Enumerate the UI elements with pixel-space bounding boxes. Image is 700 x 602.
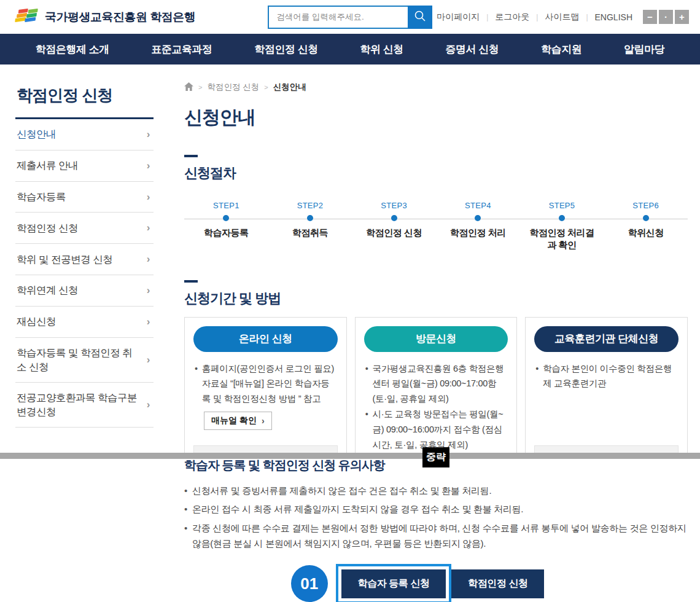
notice-item: • 온라인 접수 시 최종 서류 제출일까지 도착되지 않을 경우 접수 취소 …	[184, 502, 688, 517]
chevron-right-icon: ›	[147, 283, 150, 298]
chevron-right-icon: ›	[147, 221, 150, 235]
step-dot	[307, 215, 313, 221]
step-number-badge: 01	[291, 565, 328, 602]
highlight-outline: 학습자 등록 신청	[336, 564, 451, 602]
visit-apply-button[interactable]: 방문신청	[364, 326, 508, 352]
bullet-icon: •	[184, 483, 187, 499]
splice-divider	[0, 453, 700, 459]
bullet-icon: •	[365, 407, 368, 453]
breadcrumb: > 학점인정 신청 > 신청안내	[184, 82, 688, 93]
font-increase-button[interactable]: +	[675, 10, 689, 24]
chevron-right-icon: ›	[147, 315, 150, 329]
nav-item-curriculum[interactable]: 표준교육과정	[152, 42, 212, 57]
link-mypage[interactable]: 마이페이지	[437, 12, 480, 23]
notice-section: 학습자 등록 및 학점인정 신청 유의사항 • 신청서류 및 증빙서류를 제출하…	[184, 457, 688, 552]
method-cards: 온라인 신청 • 홈페이지(공인인증서 로그인 필요) 자료실 “[매뉴얼] 온…	[184, 317, 688, 457]
search-icon	[414, 10, 426, 24]
cta-row: 01 학습자 등록 신청 학점인정 신청	[184, 564, 651, 602]
notice-list: • 신청서류 및 증빙서류를 제출하지 않은 접수 건은 접수 취소 및 환불 …	[184, 483, 688, 552]
notice-item: • 신청서류 및 증빙서류를 제출하지 않은 접수 건은 접수 취소 및 환불 …	[184, 483, 688, 499]
bullet-icon: •	[184, 521, 187, 552]
card-visit: 방문신청 • 국가평생교육진흥원 6층 학점은행센터 평일(월~금) 09:00…	[355, 317, 518, 457]
card-institution: 교육훈련기관 단체신청 • 학습자 본인이 이수중인 학점은행제 교육훈련기관	[525, 317, 688, 457]
body: 학점인정 신청 신청안내› 제출서류 안내› 학습자등록› 학점인정 신청› 학…	[0, 64, 700, 602]
nav-item-support[interactable]: 학습지원	[541, 42, 581, 57]
sidebar-item-degree-major-change[interactable]: 학위 및 전공변경 신청›	[15, 244, 154, 275]
step-dot	[559, 215, 565, 221]
sidebar: 학점인정 신청 신청안내› 제출서류 안내› 학습자등록› 학점인정 신청› 학…	[0, 64, 154, 428]
utility-links: 마이페이지 | 로그아웃 | 사이트맵 | ENGLISH − · +	[437, 10, 689, 24]
search-bar	[268, 6, 432, 29]
home-icon[interactable]	[184, 82, 193, 93]
search-button[interactable]	[408, 6, 432, 29]
step-dot	[223, 215, 229, 221]
nav-item-credit-apply[interactable]: 학점인정 신청	[254, 42, 317, 57]
methods-section: 신청기간 및 방법 온라인 신청 • 홈페이지(공인인증서 로그인 필요) 자료…	[184, 280, 688, 457]
manual-check-button[interactable]: 매뉴얼 확인 ›	[204, 412, 272, 430]
bullet-icon: •	[184, 502, 187, 517]
search-input[interactable]	[268, 6, 408, 29]
link-sitemap[interactable]: 사이트맵	[545, 12, 579, 23]
procedure-section: 신청절차 STEP1 학습자등록 STEP2 학점취득 STEP3	[184, 155, 688, 252]
nav-item-degree-apply[interactable]: 학위 신청	[360, 42, 403, 57]
logo[interactable]: 국가평생교육진흥원 학점은행	[15, 7, 195, 28]
notice-item: • 각종 신청에 따른 수수료 결제는 본원에서 정한 방법에 따라야 하며, …	[184, 521, 688, 552]
procedure-steps: STEP1 학습자등록 STEP2 학점취득 STEP3 학점인정 신청	[184, 201, 688, 252]
sidebar-item-guide[interactable]: 신청안내›	[15, 119, 154, 150]
steps-line	[184, 219, 688, 219]
page: 국가평생교육진흥원 학점은행 마이페이지 | 로그아웃 | 사이트맵 | ENG…	[0, 0, 700, 602]
sidebar-title: 학점인정 신청	[15, 80, 154, 119]
breadcrumb-level1[interactable]: 학점인정 신청	[207, 82, 259, 93]
font-decrease-button[interactable]: −	[643, 10, 657, 24]
chevron-right-icon: ›	[147, 397, 150, 412]
breadcrumb-level2[interactable]: 신청안내	[273, 82, 306, 93]
logo-text: 국가평생교육진흥원 학점은행	[45, 9, 195, 25]
step-1: STEP1 학습자등록	[184, 201, 268, 252]
online-apply-button[interactable]: 온라인 신청	[193, 326, 338, 352]
chevron-right-icon: ›	[147, 190, 150, 205]
sidebar-item-documents[interactable]: 제출서류 안내›	[15, 150, 154, 182]
step-2: STEP2 학점취득	[268, 201, 352, 252]
splice-omitted-badge: 중략	[422, 447, 449, 467]
nav-item-news[interactable]: 알림마당	[624, 42, 664, 57]
step-dot	[643, 215, 649, 221]
step-dot	[475, 215, 481, 221]
step-4: STEP4 학점인정 처리	[436, 201, 520, 252]
step-3: STEP3 학점인정 신청	[352, 201, 436, 252]
logo-icon	[15, 7, 39, 28]
sidebar-item-category-change[interactable]: 전공교양호환과목 학습구분 변경신청›	[15, 383, 154, 428]
card-online: 온라인 신청 • 홈페이지(공인인증서 로그인 필요) 자료실 “[매뉴얼] 온…	[184, 317, 347, 457]
sidebar-item-degree-link[interactable]: 학위연계 신청›	[15, 275, 154, 307]
page-title: 신청안내	[184, 105, 688, 130]
step-dot	[391, 215, 397, 221]
chevron-right-icon: ›	[262, 416, 265, 426]
institution-apply-button[interactable]: 교육훈련기관 단체신청	[534, 326, 679, 352]
bullet-icon: •	[365, 361, 368, 407]
nav-item-certificate[interactable]: 증명서 신청	[446, 42, 499, 57]
step-5: STEP5 학점인정 처리결과 확인	[520, 201, 604, 252]
chevron-right-icon: ›	[147, 127, 150, 142]
bullet-icon: •	[195, 361, 198, 407]
sidebar-item-learner-registration[interactable]: 학습자등록›	[15, 182, 154, 213]
step-6: STEP6 학위신청	[604, 201, 688, 252]
link-english[interactable]: ENGLISH	[595, 12, 632, 22]
chevron-right-icon: ›	[147, 252, 150, 267]
bullet-icon: •	[535, 361, 539, 392]
sidebar-item-cancellation[interactable]: 학습자등록 및 학점인정 취소 신청›	[15, 338, 154, 383]
chevron-right-icon: ›	[147, 353, 150, 367]
font-size-controls: − · +	[643, 10, 689, 24]
procedure-heading: 신청절차	[184, 164, 688, 182]
chevron-right-icon: ›	[147, 158, 150, 173]
section-dash	[184, 155, 198, 157]
sidebar-item-credit-recognition[interactable]: 학점인정 신청›	[15, 213, 154, 244]
credit-recognition-apply-button[interactable]: 학점인정 신청	[451, 569, 544, 598]
learner-registration-apply-button[interactable]: 학습자 등록 신청	[341, 569, 446, 598]
font-reset-button[interactable]: ·	[659, 10, 673, 24]
nav-item-about[interactable]: 학점은행제 소개	[36, 42, 109, 57]
global-nav: 학점은행제 소개 표준교육과정 학점인정 신청 학위 신청 증명서 신청 학습지…	[0, 34, 700, 64]
sidebar-item-reexamination[interactable]: 재심신청›	[15, 307, 154, 338]
link-logout[interactable]: 로그아웃	[495, 12, 529, 23]
section-dash	[184, 280, 198, 283]
methods-heading: 신청기간 및 방법	[184, 289, 688, 308]
header: 국가평생교육진흥원 학점은행 마이페이지 | 로그아웃 | 사이트맵 | ENG…	[0, 0, 700, 34]
